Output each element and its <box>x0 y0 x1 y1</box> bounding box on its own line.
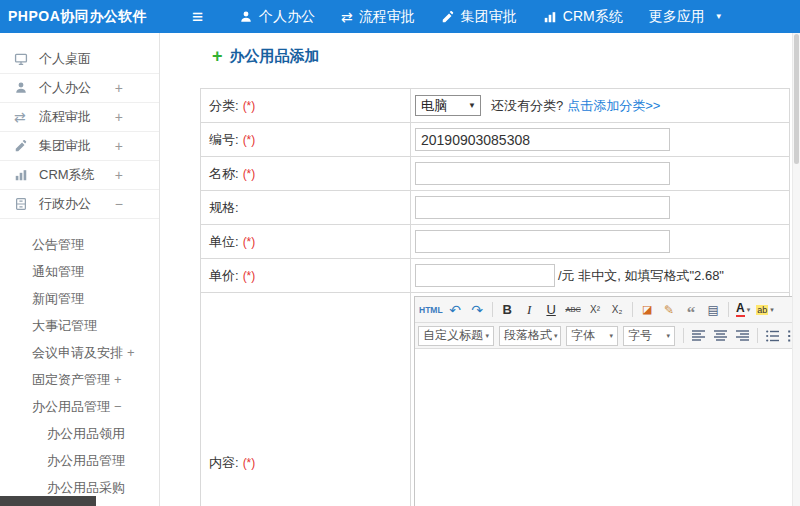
caret-down-icon: ▾ <box>485 332 489 340</box>
nav-label: CRM系统 <box>563 8 623 26</box>
nav-personal-office[interactable]: 个人办公 <box>239 8 315 26</box>
bar-chart-icon <box>14 168 30 182</box>
nav-more-apps[interactable]: 更多应用 ▼ <box>649 8 723 26</box>
name-label: 名称: (*) <box>201 157 411 190</box>
caret-down-icon: ▾ <box>554 332 558 340</box>
sidebar-item-office-supplies-mgmt[interactable]: 办公用品管理− <box>0 393 159 420</box>
main-content: + 办公用品添加 分类: (*) 电脑 ▼ 还没有分类? <box>160 33 800 506</box>
code-label: 编号: (*) <box>201 123 411 156</box>
spec-row: 规格: <box>201 191 789 225</box>
heading-select[interactable]: 自定义标题 ▾ <box>418 326 494 346</box>
toolbar-separator <box>757 328 758 343</box>
sidebar-item-label: 个人桌面 <box>39 50 91 68</box>
app-window: PHPOA协同办公软件 ≡ 个人办公 ⇄ 流程审批 集团审批 <box>0 0 800 506</box>
menu-toggle-icon[interactable]: ≡ <box>192 7 203 26</box>
blockquote-button[interactable]: “ <box>681 299 702 320</box>
html-source-button[interactable]: HTML <box>418 299 444 320</box>
cabinet-icon <box>14 197 30 211</box>
italic-button[interactable]: I <box>519 299 540 320</box>
sidebar-item-personal-office[interactable]: 个人办公 + <box>0 74 159 103</box>
expander-plus-icon: + <box>115 167 123 183</box>
category-row: 分类: (*) 电脑 ▼ 还没有分类? 点击添加分类>> <box>201 89 789 123</box>
expander-plus-icon: + <box>115 80 123 96</box>
nav-workflow-approval[interactable]: ⇄ 流程审批 <box>341 8 415 26</box>
category-value-cell: 电脑 ▼ 还没有分类? 点击添加分类>> <box>411 89 789 122</box>
align-right-button[interactable] <box>732 325 753 346</box>
name-row: 名称: (*) <box>201 157 789 191</box>
editor-content[interactable] <box>415 349 800 506</box>
editor-toolbar-row2: 自定义标题 ▾ 段落格式 ▾ 字体 ▾ <box>415 323 800 349</box>
person-icon <box>14 81 30 95</box>
caret-down-icon: ▼ <box>715 12 723 21</box>
align-left-button[interactable] <box>688 325 709 346</box>
underline-button[interactable]: U <box>541 299 562 320</box>
edit-icon <box>14 139 30 153</box>
price-row: 单价: (*) /元 非中文, 如填写格式"2.68" <box>201 259 789 293</box>
status-popup <box>0 496 96 506</box>
align-center-button[interactable] <box>710 325 731 346</box>
sidebar-item-meeting-request[interactable]: 会议申请及安排+ <box>0 339 159 366</box>
price-label: 单价: (*) <box>201 259 411 292</box>
nav-group-approval[interactable]: 集团审批 <box>441 8 517 26</box>
sidebar-item-supplies-claim[interactable]: 办公用品领用 <box>0 420 159 447</box>
required-mark: (*) <box>243 269 256 283</box>
table-button[interactable]: ▤ <box>703 299 724 320</box>
required-mark: (*) <box>243 456 256 470</box>
sidebar-item-desktop[interactable]: 个人桌面 <box>0 45 159 74</box>
spec-input[interactable] <box>415 196 670 219</box>
app-logo[interactable]: PHPOA协同办公软件 <box>0 8 160 26</box>
highlight-button[interactable]: ab▾ <box>755 299 776 320</box>
caret-down-icon: ▾ <box>747 306 751 314</box>
spec-value-cell <box>411 191 789 224</box>
code-input[interactable] <box>415 128 670 151</box>
add-category-link[interactable]: 点击添加分类>> <box>567 97 660 115</box>
name-input[interactable] <box>415 162 670 185</box>
nav-label: 更多应用 <box>649 8 705 26</box>
strikethrough-button[interactable]: ABC <box>563 299 584 320</box>
unit-input[interactable] <box>415 230 670 253</box>
sidebar-item-announcement-mgmt[interactable]: 公告管理 <box>0 231 159 258</box>
scrollbar-thumb[interactable] <box>794 34 799 164</box>
expander-plus-icon: + <box>127 345 135 360</box>
workflow-icon: ⇄ <box>14 110 30 124</box>
category-select[interactable]: 电脑 ▼ <box>415 95 481 116</box>
sidebar-item-admin-office[interactable]: 行政办公 − <box>0 190 159 219</box>
content-value-cell: HTML ↶ ↷ B I U ABC X² X₂ <box>411 293 800 506</box>
price-input[interactable] <box>415 264 555 287</box>
sidebar: 个人桌面 个人办公 + ⇄ 流程审批 + 集团审批 + <box>0 33 160 506</box>
unordered-list-button[interactable] <box>762 325 783 346</box>
subscript-button[interactable]: X₂ <box>607 299 628 320</box>
eraser-button[interactable]: ◪ <box>637 299 658 320</box>
sidebar-item-label: 个人办公 <box>39 79 91 97</box>
unordered-list-icon <box>766 330 779 342</box>
spec-label: 规格: <box>201 191 411 224</box>
desktop-icon <box>14 52 30 66</box>
redo-button[interactable]: ↷ <box>467 299 488 320</box>
required-mark: (*) <box>243 167 256 181</box>
sidebar-item-supplies-manage[interactable]: 办公用品管理 <box>0 447 159 474</box>
unit-label: 单位: (*) <box>201 225 411 258</box>
sidebar-item-fixed-assets[interactable]: 固定资产管理+ <box>0 366 159 393</box>
page-scrollbar[interactable] <box>792 33 800 506</box>
paragraph-format-select[interactable]: 段落格式 ▾ <box>499 326 561 346</box>
sidebar-item-memorabilia-mgmt[interactable]: 大事记管理 <box>0 312 159 339</box>
bold-button[interactable]: B <box>497 299 518 320</box>
sidebar-item-news-mgmt[interactable]: 新闻管理 <box>0 285 159 312</box>
undo-button[interactable]: ↶ <box>445 299 466 320</box>
top-bar: PHPOA协同办公软件 ≡ 个人办公 ⇄ 流程审批 集团审批 <box>0 0 800 33</box>
nav-crm[interactable]: CRM系统 <box>543 8 623 26</box>
bar-chart-icon <box>543 10 557 24</box>
expander-minus-icon: − <box>114 399 122 414</box>
font-select[interactable]: 字体 ▾ <box>566 326 618 346</box>
superscript-button[interactable]: X² <box>585 299 606 320</box>
font-color-button[interactable]: A▾ <box>733 299 754 320</box>
sidebar-item-crm[interactable]: CRM系统 + <box>0 161 159 190</box>
format-painter-button[interactable]: ✎ <box>659 299 680 320</box>
font-size-select[interactable]: 字号 ▾ <box>623 326 675 346</box>
sidebar-item-workflow-approval[interactable]: ⇄ 流程审批 + <box>0 103 159 132</box>
sidebar-item-notice-mgmt[interactable]: 通知管理 <box>0 258 159 285</box>
sidebar-item-group-approval[interactable]: 集团审批 + <box>0 132 159 161</box>
align-right-icon <box>736 330 749 342</box>
required-mark: (*) <box>243 133 256 147</box>
toolbar-separator <box>632 302 633 317</box>
